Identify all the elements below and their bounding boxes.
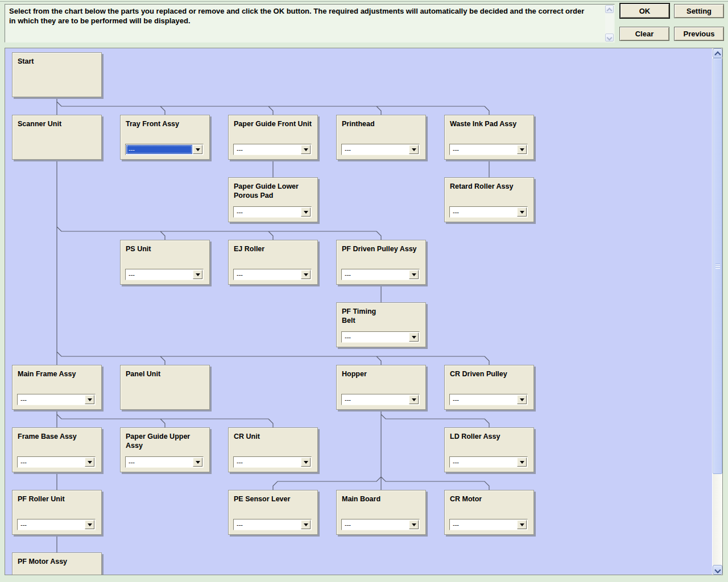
pf-driven-pulley-assy-label: PF Driven Pulley Assy bbox=[337, 240, 425, 253]
cr-unit-dropdown[interactable]: --- bbox=[233, 456, 312, 468]
chart-scroll-down-button[interactable] bbox=[713, 565, 722, 575]
chart-box-paper-guide-lower-porous-pad: Paper Guide Lower Porous Pad--- bbox=[228, 177, 318, 222]
chart-box-pf-timing-belt: PF Timing Belt--- bbox=[336, 302, 426, 347]
ej-roller-dropdown[interactable]: --- bbox=[233, 269, 312, 280]
chart-box-paper-guide-upper-assy: Paper Guide Upper Assy--- bbox=[120, 427, 210, 472]
chart-box-retard-roller-assy: Retard Roller Assy--- bbox=[444, 177, 534, 222]
chart-box-pf-driven-pulley-assy: PF Driven Pulley Assy--- bbox=[336, 240, 426, 285]
chart-box-cr-unit: CR Unit--- bbox=[228, 427, 318, 472]
dropdown-arrow-icon bbox=[196, 273, 200, 278]
paper-guide-front-unit-dropdown[interactable]: --- bbox=[233, 144, 312, 155]
pe-sensor-lever-dropdown[interactable]: --- bbox=[233, 519, 312, 530]
cr-motor-dropdown-arrow-button[interactable] bbox=[517, 520, 527, 529]
cr-unit-dropdown-arrow-button[interactable] bbox=[301, 458, 311, 467]
cr-motor-dropdown-value: --- bbox=[450, 520, 516, 529]
window-divider-line bbox=[0, 1, 728, 2]
pe-sensor-lever-label: PE Sensor Lever bbox=[229, 490, 317, 504]
ld-roller-assy-dropdown-value: --- bbox=[450, 458, 516, 467]
chart-scrollbar[interactable] bbox=[712, 48, 722, 575]
chart-box-cr-motor: CR Motor--- bbox=[444, 490, 534, 535]
paper-guide-upper-assy-dropdown[interactable]: --- bbox=[125, 456, 204, 468]
retard-roller-assy-dropdown[interactable]: --- bbox=[449, 206, 528, 218]
pf-timing-belt-dropdown[interactable]: --- bbox=[341, 331, 420, 343]
thumb-gripper-icon bbox=[715, 264, 720, 269]
cr-unit-dropdown-value: --- bbox=[234, 458, 300, 467]
paper-guide-lower-porous-pad-dropdown[interactable]: --- bbox=[233, 206, 312, 218]
previous-button[interactable]: Previous bbox=[674, 27, 724, 41]
pf-roller-unit-dropdown[interactable]: --- bbox=[17, 519, 96, 530]
frame-base-assy-dropdown-arrow-button[interactable] bbox=[85, 458, 94, 467]
ps-unit-dropdown[interactable]: --- bbox=[125, 269, 204, 280]
retard-roller-assy-dropdown-value: --- bbox=[450, 207, 516, 217]
paper-guide-front-unit-dropdown-arrow-button[interactable] bbox=[301, 145, 311, 154]
dropdown-arrow-icon bbox=[88, 523, 92, 529]
pf-roller-unit-label: PF Roller Unit bbox=[13, 490, 101, 504]
hopper-dropdown-arrow-button[interactable] bbox=[409, 395, 419, 404]
chart-box-pf-roller-unit: PF Roller Unit--- bbox=[12, 490, 102, 535]
parts-flowchart: StartScanner UnitTray Front Assy---Paper… bbox=[5, 48, 723, 575]
panel-unit-label: Panel Unit bbox=[121, 365, 209, 379]
cr-driven-pulley-dropdown-arrow-button[interactable] bbox=[517, 395, 527, 404]
hopper-dropdown[interactable]: --- bbox=[341, 394, 420, 405]
chart-box-pe-sensor-lever: PE Sensor Lever--- bbox=[228, 490, 318, 535]
ps-unit-label: PS Unit bbox=[121, 240, 209, 253]
chart-box-pf-motor-assy: PF Motor Assy bbox=[12, 552, 102, 575]
scrollbar-thumb[interactable] bbox=[713, 58, 722, 474]
printhead-dropdown-arrow-button[interactable] bbox=[409, 145, 419, 154]
dropdown-arrow-icon bbox=[412, 523, 416, 529]
dropdown-arrow-icon bbox=[412, 148, 416, 153]
ej-roller-dropdown-arrow-button[interactable] bbox=[301, 270, 311, 279]
pf-timing-belt-dropdown-arrow-button[interactable] bbox=[409, 332, 419, 342]
dropdown-arrow-icon bbox=[88, 398, 92, 404]
cr-driven-pulley-dropdown[interactable]: --- bbox=[449, 394, 528, 405]
paper-guide-upper-assy-dropdown-value: --- bbox=[126, 458, 192, 467]
textarea-scroll-down-button[interactable] bbox=[605, 34, 614, 41]
tray-front-assy-dropdown-arrow-button[interactable] bbox=[193, 145, 202, 154]
paper-guide-upper-assy-label: Paper Guide Upper Assy bbox=[121, 428, 209, 450]
cr-motor-dropdown[interactable]: --- bbox=[449, 519, 528, 530]
chevron-up-icon bbox=[714, 51, 721, 57]
dropdown-arrow-icon bbox=[520, 211, 524, 216]
printhead-label: Printhead bbox=[337, 115, 425, 128]
paper-guide-lower-porous-pad-dropdown-arrow-button[interactable] bbox=[301, 207, 311, 217]
textarea-scrollbar[interactable] bbox=[605, 5, 614, 41]
paper-guide-lower-porous-pad-label: Paper Guide Lower Porous Pad bbox=[229, 178, 317, 200]
pe-sensor-lever-dropdown-arrow-button[interactable] bbox=[301, 520, 311, 529]
printhead-dropdown[interactable]: --- bbox=[341, 144, 420, 155]
dropdown-arrow-icon bbox=[412, 273, 416, 278]
dropdown-arrow-icon bbox=[196, 148, 200, 153]
waste-ink-pad-assy-dropdown[interactable]: --- bbox=[449, 144, 528, 155]
paper-guide-lower-porous-pad-dropdown-value: --- bbox=[234, 207, 300, 217]
dropdown-arrow-icon bbox=[520, 148, 524, 153]
hopper-dropdown-value: --- bbox=[342, 395, 408, 404]
main-frame-assy-dropdown-arrow-button[interactable] bbox=[85, 395, 94, 404]
chart-box-tray-front-assy: Tray Front Assy--- bbox=[120, 115, 210, 160]
ld-roller-assy-dropdown-arrow-button[interactable] bbox=[517, 458, 527, 467]
dropdown-arrow-icon bbox=[304, 273, 308, 278]
chart-box-scanner-unit: Scanner Unit bbox=[12, 115, 102, 160]
chart-scroll-up-button[interactable] bbox=[713, 48, 722, 58]
paper-guide-upper-assy-dropdown-arrow-button[interactable] bbox=[193, 458, 202, 467]
ok-button[interactable]: OK bbox=[619, 3, 670, 19]
waste-ink-pad-assy-dropdown-arrow-button[interactable] bbox=[517, 145, 527, 154]
main-board-label: Main Board bbox=[337, 490, 425, 504]
retard-roller-assy-dropdown-arrow-button[interactable] bbox=[517, 207, 527, 217]
textarea-scroll-up-button[interactable] bbox=[605, 5, 614, 13]
pf-driven-pulley-assy-dropdown-arrow-button[interactable] bbox=[409, 270, 419, 279]
clear-button[interactable]: Clear bbox=[619, 27, 669, 41]
main-board-dropdown-arrow-button[interactable] bbox=[409, 520, 419, 529]
tray-front-assy-dropdown[interactable]: --- bbox=[125, 144, 204, 155]
ps-unit-dropdown-arrow-button[interactable] bbox=[193, 270, 202, 279]
setting-button[interactable]: Setting bbox=[674, 4, 724, 18]
instruction-textarea[interactable]: Select from the chart below the parts yo… bbox=[5, 4, 615, 43]
main-board-dropdown[interactable]: --- bbox=[341, 519, 420, 530]
ld-roller-assy-dropdown[interactable]: --- bbox=[449, 456, 528, 468]
frame-base-assy-dropdown[interactable]: --- bbox=[17, 456, 96, 468]
main-frame-assy-dropdown[interactable]: --- bbox=[17, 394, 96, 405]
dropdown-arrow-icon bbox=[520, 461, 524, 466]
dropdown-arrow-icon bbox=[196, 461, 200, 466]
chart-box-ps-unit: PS Unit--- bbox=[120, 240, 210, 285]
chart-box-frame-base-assy: Frame Base Assy--- bbox=[12, 427, 102, 472]
pf-driven-pulley-assy-dropdown[interactable]: --- bbox=[341, 269, 420, 280]
pf-roller-unit-dropdown-arrow-button[interactable] bbox=[85, 520, 94, 529]
